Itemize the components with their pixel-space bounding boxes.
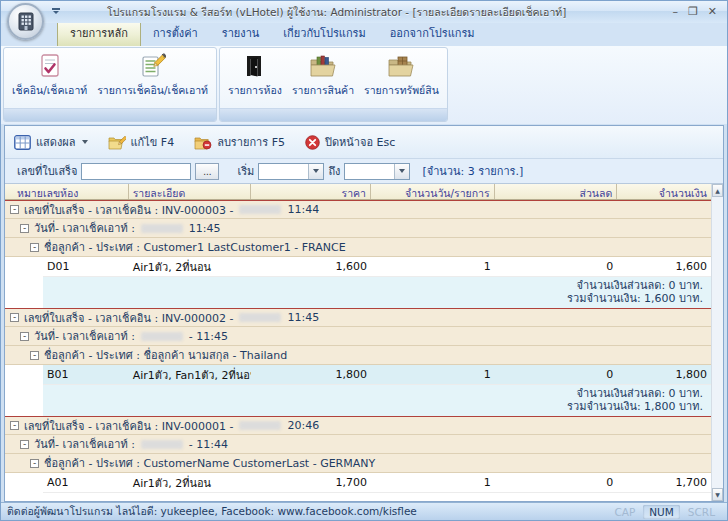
group-row-customer[interactable]: - ชื่อลูกค้า - ประเทศ : ชื่อลูกค้า นามสก…	[5, 346, 711, 365]
collapse-icon[interactable]: -	[30, 351, 39, 360]
group-row-invoice[interactable]: - เลขที่ใบเสร็จ - เวลาเช็คอิน : INV-0000…	[5, 416, 711, 435]
quick-access-dropdown-icon[interactable]	[49, 3, 63, 19]
ribbon-group-lists: รายการห้อง รายการสินค้า	[219, 47, 448, 122]
close-icon[interactable]: ✕	[708, 5, 717, 19]
group-invoice-text: เลขที่ใบเสร็จ - เวลาเช็คอิน : INV-000001…	[24, 417, 233, 435]
date-from-combo[interactable]	[258, 163, 324, 180]
group-summary: จำนวนเงินส่วนลด: 0 บาท. รวมจำนวนเงิน: 1,…	[43, 277, 711, 308]
collapse-icon[interactable]: -	[20, 440, 29, 449]
column-header-discount[interactable]: ส่วนลด	[495, 184, 618, 199]
display-dropdown-arrow-icon[interactable]	[82, 140, 88, 144]
receipt-number-input[interactable]	[81, 163, 191, 180]
folder-pencil-icon	[108, 135, 126, 150]
collapse-icon[interactable]: -	[30, 459, 39, 468]
ribbon-group-footer	[4, 108, 216, 121]
goods-list-button[interactable]: รายการสินค้า	[287, 49, 359, 108]
column-header-detail[interactable]: รายละเอียด	[129, 184, 252, 199]
checkin-checkout-button[interactable]: เช็คอิน/เช็คเอาท์	[7, 49, 92, 108]
group-row-customer[interactable]: - ชื่อลูกค้า - ประเทศ : Customer1 LastCu…	[5, 238, 711, 257]
group-row-checkout[interactable]: - วันที่- เวลาเช็คเอาท์ : - 11:44	[5, 435, 711, 454]
button-label: รายการห้อง	[228, 82, 282, 99]
cell-detail: Air1ตัว, 2ที่นอน	[129, 258, 252, 276]
vertical-scrollbar[interactable]: ▲ ▼	[711, 184, 723, 501]
date-from-label: เริ่ม	[237, 162, 254, 180]
cell-detail: Air1ตัว, 2ที่นอน	[129, 474, 252, 492]
group-row-invoice[interactable]: - เลขที่ใบเสร็จ - เวลาเช็คอิน : INV-0000…	[5, 200, 711, 219]
tab-exit[interactable]: ออกจากโปรแกรม	[378, 21, 487, 46]
restore-icon[interactable]: ❐	[688, 5, 698, 19]
redacted-date	[239, 205, 281, 214]
browse-button[interactable]: ...	[195, 163, 219, 180]
window-title: โปรแกรมโรงแรม & รีสอร์ท (vLHotel) ผู้ใช้…	[1, 4, 672, 21]
summary-total: รวมจำนวนเงิน: 1,600 บาท.	[51, 292, 703, 305]
date-to-combo[interactable]	[344, 163, 410, 180]
column-header-price[interactable]: ราคา	[251, 184, 371, 199]
group-invoice-text: เลขที่ใบเสร็จ - เวลาเช็คอิน : INV-000003…	[24, 201, 233, 219]
group-checkout-text: วันที่- เวลาเช็คเอาท์ :	[34, 435, 135, 453]
group-row-invoice[interactable]: - เลขที่ใบเสร็จ - เวลาเช็คอิน : INV-0000…	[5, 308, 711, 327]
redacted-date	[141, 440, 183, 449]
cell-days: 1	[371, 260, 495, 273]
group-invoice-time: 11:44	[287, 203, 319, 216]
cell-room: A01	[43, 476, 129, 489]
cell-detail: Air1ตัว, Fan1ตัว, 2ที่นอน	[129, 366, 252, 384]
toolbar: แสดงผล แก้ไข F4	[5, 126, 723, 159]
hotel-app-icon	[15, 11, 37, 33]
display-button[interactable]: แสดงผล	[11, 131, 91, 153]
button-label: รายการทรัพย์สิน	[364, 82, 439, 99]
room-list-button[interactable]: รายการห้อง	[223, 49, 287, 108]
invoice-group: - เลขที่ใบเสร็จ - เวลาเช็คอิน : INV-0000…	[5, 308, 711, 416]
tab-main-list[interactable]: รายการหลัก	[57, 20, 141, 46]
column-header-room[interactable]: หมายเลขห้อง	[5, 184, 129, 199]
button-label: รายการสินค้า	[292, 82, 354, 99]
scroll-down-icon[interactable]: ▼	[712, 488, 723, 501]
table-row[interactable]: D01 Air1ตัว, 2ที่นอน 1,600 1 0 1,600	[43, 257, 711, 277]
group-row-checkout[interactable]: - วันที่- เวลาเช็คเอาท์ : - 11:45	[5, 327, 711, 346]
minimize-icon[interactable]: –	[672, 5, 678, 19]
group-summary: จำนวนเงินส่วนลด: 0 บาท. รวมจำนวนเงิน: 1,…	[43, 385, 711, 416]
group-row-customer[interactable]: - ชื่อลูกค้า - ประเทศ : CustomerName Cus…	[5, 454, 711, 473]
edit-button[interactable]: แก้ไข F4	[105, 131, 178, 153]
app-menu-button[interactable]	[7, 3, 44, 40]
collapse-icon[interactable]: -	[30, 243, 39, 252]
summary-discount: จำนวนเงินส่วนลด: 0 บาท.	[51, 279, 703, 292]
group-invoice-time: 20:46	[287, 419, 319, 432]
column-header-amount[interactable]: จำนวนเงิน	[617, 184, 711, 199]
tab-settings[interactable]: การตั้งค่า	[141, 21, 210, 46]
tab-about[interactable]: เกี่ยวกับโปรแกรม	[271, 21, 377, 46]
group-row-checkout[interactable]: - วันที่- เวลาเช็คเอาท์ : 11:45	[5, 219, 711, 238]
tab-reports[interactable]: รายงาน	[210, 21, 272, 46]
collapse-icon[interactable]: -	[10, 205, 19, 214]
column-header-days[interactable]: จำนวนวัน/รายการ	[371, 184, 495, 199]
collapse-icon[interactable]: -	[10, 421, 19, 430]
status-text: ติดต่อผู้พัฒนาโปรแกรม ไลน์ไอดี: yukeeple…	[7, 503, 606, 520]
num-lock-indicator: NUM	[643, 505, 680, 519]
chevron-down-icon[interactable]	[394, 164, 409, 179]
collapse-icon[interactable]: -	[20, 224, 29, 233]
collapse-icon[interactable]: -	[10, 313, 19, 322]
content-panel: แสดงผล แก้ไข F4	[4, 125, 724, 502]
table-row-selected[interactable]: B01 Air1ตัว, Fan1ตัว, 2ที่นอน 1,800 1 0 …	[43, 365, 711, 385]
summary-discount: จำนวนเงินส่วนลด: 0 บาท.	[51, 387, 703, 400]
table-row[interactable]: A01 Air1ตัว, 2ที่นอน 1,700 1 0 1,700	[43, 473, 711, 493]
assets-list-button[interactable]: รายการทรัพย์สิน	[359, 49, 444, 108]
collapse-icon[interactable]: -	[20, 332, 29, 341]
group-checkout-time: 11:45	[189, 222, 221, 235]
close-screen-button[interactable]: ปิดหน้าจอ Esc	[302, 131, 398, 153]
button-label: เช็คอิน/เช็คเอาท์	[12, 82, 87, 99]
group-invoice-time: 11:45	[287, 311, 319, 324]
cell-discount: 0	[495, 476, 618, 489]
scroll-up-icon[interactable]: ▲	[712, 184, 723, 197]
redacted-date	[239, 421, 281, 430]
ribbon-tab-row: รายการหลัก การตั้งค่า รายงาน เกี่ยวกับโป…	[1, 23, 727, 46]
invoice-group: - เลขที่ใบเสร็จ - เวลาเช็คอิน : INV-0000…	[5, 416, 711, 493]
chevron-down-icon[interactable]	[308, 164, 323, 179]
cell-amount: 1,700	[617, 476, 711, 489]
cell-amount: 1,800	[617, 368, 711, 381]
checkin-list-button[interactable]: รายการเช็คอิน/เช็คเอาท์	[92, 49, 213, 108]
receipt-number-label: เลขที่ใบเสร็จ	[17, 162, 77, 180]
ribbon: เช็คอิน/เช็คเอาท์	[1, 46, 727, 124]
delete-button[interactable]: ลบรายการ F5	[191, 131, 288, 153]
door-icon	[241, 51, 269, 81]
folder-goods-icon	[309, 51, 337, 81]
